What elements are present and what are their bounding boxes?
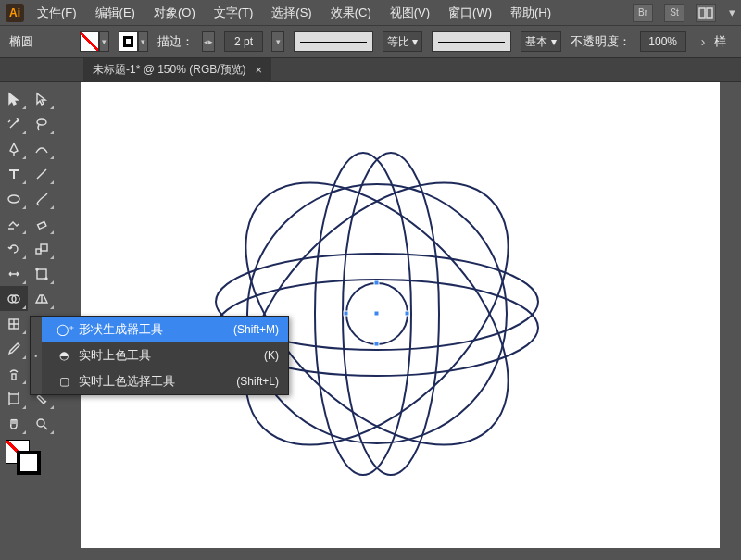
options-bar: 椭圆 ▾ ▾ 描边： ◂▸ ▾ 等比 ▾ 基本 ▾ 不透明度： › 样 (0, 25, 741, 58)
flyout-item[interactable]: ▢实时上色选择工具(Shift+L) (31, 368, 288, 394)
svg-rect-17 (9, 394, 19, 404)
stroke-swatch-icon (17, 451, 41, 475)
zoom-tool[interactable] (28, 411, 56, 436)
fill-swatch[interactable]: ▾ (80, 31, 109, 52)
document-tab[interactable]: 未标题-1* @ 150% (RGB/预览) × (83, 58, 271, 82)
flyout-item[interactable]: ◓实时上色工具(K) (31, 342, 288, 368)
free-transform-tool[interactable] (28, 261, 56, 286)
flyout-item-icon: ◯⁺ (57, 323, 71, 336)
shape-builder-tool[interactable] (0, 286, 28, 311)
options-overflow-icon[interactable]: › (701, 34, 706, 49)
pen-tool[interactable] (0, 136, 28, 161)
stroke-profile-select[interactable]: 等比 ▾ (383, 31, 422, 52)
flyout-item-shortcut: (Shift+M) (233, 323, 279, 336)
width-tool[interactable] (0, 261, 28, 286)
svg-rect-5 (36, 249, 41, 254)
type-tool[interactable] (0, 161, 28, 186)
lasso-tool[interactable] (28, 111, 56, 136)
close-icon[interactable]: × (256, 63, 263, 77)
svg-rect-7 (37, 269, 46, 279)
svg-rect-6 (41, 244, 47, 251)
svg-rect-31 (374, 311, 379, 316)
direct-selection-tool[interactable] (28, 86, 56, 111)
menu-edit[interactable]: 编辑(E) (90, 1, 141, 25)
flyout-item-label: 实时上色选择工具 (79, 373, 175, 390)
svg-point-3 (8, 195, 19, 203)
svg-point-8 (36, 268, 38, 270)
mesh-tool[interactable] (0, 311, 28, 336)
svg-rect-27 (344, 311, 348, 316)
stroke-dropdown-icon[interactable]: ▾ (138, 31, 148, 52)
stroke-weight-input[interactable] (224, 31, 263, 52)
flyout-item-shortcut: (K) (264, 349, 279, 362)
flyout-item[interactable]: ◯⁺形状生成器工具(Shift+M) (31, 317, 288, 342)
svg-rect-4 (38, 221, 46, 229)
tool-flyout-menu: ▪ ◯⁺形状生成器工具(Shift+M)◓实时上色工具(K)▢实时上色选择工具(… (30, 316, 289, 395)
menu-window[interactable]: 窗口(W) (443, 1, 497, 25)
selection-tool[interactable] (0, 86, 28, 111)
opacity-label: 不透明度： (571, 33, 631, 50)
bridge-icon[interactable]: Br (633, 4, 653, 22)
stroke-weight-label: 描边： (157, 33, 194, 50)
fill-none-icon (80, 31, 99, 52)
svg-point-18 (37, 419, 44, 427)
symbol-sprayer-tool[interactable] (0, 361, 28, 386)
flyout-item-shortcut: (Shift+L) (236, 375, 279, 388)
svg-rect-29 (374, 280, 379, 285)
perspective-grid-tool[interactable] (28, 286, 56, 311)
artboard-tool[interactable] (0, 386, 28, 411)
eraser-tool[interactable] (28, 211, 56, 236)
line-tool[interactable] (28, 161, 56, 186)
svg-point-20 (343, 153, 439, 475)
magic-wand-tool[interactable] (0, 111, 28, 136)
rotate-tool[interactable] (0, 236, 28, 261)
flyout-item-icon: ◓ (57, 349, 71, 362)
paintbrush-tool[interactable] (28, 186, 56, 211)
flyout-item-icon: ▢ (57, 375, 71, 388)
svg-point-19 (315, 153, 411, 475)
eyedropper-tool[interactable] (0, 336, 28, 361)
menu-effect[interactable]: 效果(C) (325, 1, 377, 25)
menu-object[interactable]: 对象(O) (148, 1, 201, 25)
stock-icon[interactable]: St (664, 4, 684, 22)
brush-preview[interactable] (432, 31, 511, 52)
svg-rect-0 (699, 8, 705, 18)
svg-point-9 (45, 278, 47, 280)
active-tool-label: 椭圆 (9, 33, 33, 50)
flyout-item-label: 实时上色工具 (79, 347, 151, 364)
svg-rect-1 (707, 8, 712, 18)
scale-tool[interactable] (28, 236, 56, 261)
menu-bar: Ai 文件(F) 编辑(E) 对象(O) 文字(T) 选择(S) 效果(C) 视… (0, 0, 741, 25)
arrange-icon[interactable] (696, 4, 716, 22)
stroke-profile-preview[interactable] (294, 31, 373, 52)
document-tab-bar: 未标题-1* @ 150% (RGB/预览) × (0, 58, 741, 82)
opacity-input[interactable] (640, 31, 686, 52)
fill-dropdown-icon[interactable]: ▾ (99, 31, 109, 52)
menu-file[interactable]: 文件(F) (31, 1, 82, 25)
menu-help[interactable]: 帮助(H) (505, 1, 557, 25)
stroke-stepper-icon[interactable]: ◂▸ (202, 31, 215, 52)
shaper-tool[interactable] (0, 211, 28, 236)
flyout-tearoff-handle[interactable]: ▪ (31, 317, 42, 394)
app-logo: Ai (6, 4, 24, 22)
fill-stroke-swatch[interactable] (0, 436, 56, 477)
ellipse-tool[interactable] (0, 186, 28, 211)
stroke-swatch[interactable]: ▾ (119, 31, 148, 52)
svg-rect-16 (12, 374, 16, 380)
curvature-tool[interactable] (28, 136, 56, 161)
workspace-chev-icon[interactable]: ▾ (723, 2, 741, 23)
svg-rect-28 (405, 311, 409, 316)
stroke-color-icon (119, 31, 138, 52)
svg-point-2 (37, 119, 46, 125)
menu-select[interactable]: 选择(S) (266, 1, 317, 25)
options-overflow-label: 样 (714, 33, 726, 50)
stroke-weight-drop-icon[interactable]: ▾ (271, 31, 284, 52)
svg-rect-30 (374, 342, 379, 346)
document-tab-title: 未标题-1* @ 150% (RGB/预览) (93, 62, 246, 78)
hand-tool[interactable] (0, 411, 28, 436)
flyout-item-label: 形状生成器工具 (79, 321, 163, 338)
brush-select[interactable]: 基本 ▾ (521, 31, 560, 52)
menu-type[interactable]: 文字(T) (208, 1, 259, 25)
menu-view[interactable]: 视图(V) (384, 1, 435, 25)
